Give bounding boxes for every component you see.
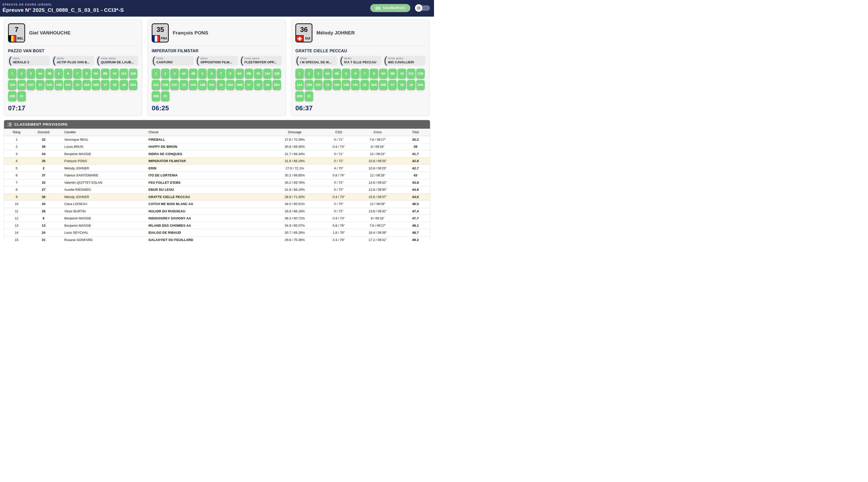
fence-chip-8[interactable]: 8 bbox=[370, 69, 378, 79]
fence-chip-18[interactable]: 18 bbox=[254, 80, 262, 90]
fence-chip-19[interactable]: 19 bbox=[263, 80, 272, 90]
fence-chip-10[interactable]: 10 bbox=[398, 69, 406, 79]
fence-chip-15[interactable]: 15 bbox=[73, 80, 82, 90]
fence-chip-14B[interactable]: 14B bbox=[198, 80, 207, 90]
fence-chip-2[interactable]: 2 bbox=[161, 69, 169, 79]
fence-chip-11A[interactable]: 11A bbox=[407, 69, 415, 79]
fence-chip-12A[interactable]: 12A bbox=[296, 80, 304, 90]
fence-chip-4A[interactable]: 4A bbox=[180, 69, 188, 79]
fence-chip-4B[interactable]: 4B bbox=[333, 69, 341, 79]
fence-chip-18[interactable]: 18 bbox=[110, 80, 119, 90]
fence-chip-15[interactable]: 15 bbox=[361, 80, 369, 90]
fence-chip-14A[interactable]: 14A bbox=[189, 80, 197, 90]
fence-chip-6[interactable]: 6 bbox=[351, 69, 360, 79]
fence-chip-13[interactable]: 13 bbox=[36, 80, 44, 90]
fence-chip-6[interactable]: 6 bbox=[208, 69, 216, 79]
fence-chip-12A[interactable]: 12A bbox=[8, 80, 17, 90]
fence-chip-16A[interactable]: 16A bbox=[370, 80, 378, 90]
fence-chip-3[interactable]: 3 bbox=[27, 69, 35, 79]
fence-chip-9A[interactable]: 9A bbox=[235, 69, 244, 79]
fence-chip-12C[interactable]: 12C bbox=[170, 80, 179, 90]
fence-chip-17[interactable]: 17 bbox=[388, 80, 397, 90]
cell-cso: 0 / 70" bbox=[323, 186, 354, 193]
fence-chip-10[interactable]: 10 bbox=[254, 69, 262, 79]
fence-chip-16B[interactable]: 16B bbox=[379, 80, 388, 90]
fence-chip-6[interactable]: 6 bbox=[64, 69, 72, 79]
fence-chip-7[interactable]: 7 bbox=[73, 69, 82, 79]
fence-chip-16A[interactable]: 16A bbox=[226, 80, 235, 90]
fence-chip-9A[interactable]: 9A bbox=[379, 69, 388, 79]
fence-chip-17[interactable]: 17 bbox=[245, 80, 253, 90]
col-header-total: Total bbox=[401, 129, 430, 136]
fence-chip-3[interactable]: 3 bbox=[170, 69, 179, 79]
fence-chip-1[interactable]: 1 bbox=[296, 69, 304, 79]
fence-chip-12A[interactable]: 12A bbox=[152, 80, 160, 90]
fence-chip-20B[interactable]: 20B bbox=[152, 91, 160, 101]
fence-chip-14C[interactable]: 14C bbox=[64, 80, 72, 90]
col-header-cavalier: Cavalier bbox=[58, 129, 141, 136]
fence-chip-4A[interactable]: 4A bbox=[323, 69, 332, 79]
fence-chip-9B[interactable]: 9B bbox=[101, 69, 110, 79]
fence-chip-3[interactable]: 3 bbox=[314, 69, 322, 79]
fence-chip-7[interactable]: 7 bbox=[217, 69, 225, 79]
fence-chip-19[interactable]: 19 bbox=[120, 80, 128, 90]
fence-chip-12C[interactable]: 12C bbox=[314, 80, 322, 90]
cell-dossard: 27 bbox=[29, 186, 58, 193]
fence-chip-14C[interactable]: 14C bbox=[208, 80, 216, 90]
fence-chip-14A[interactable]: 14A bbox=[45, 80, 54, 90]
fence-chip-16B[interactable]: 16B bbox=[235, 80, 244, 90]
fence-chip-7[interactable]: 7 bbox=[361, 69, 369, 79]
pedigree-bracket-icon: ( bbox=[97, 57, 100, 64]
fence-chip-5[interactable]: 5 bbox=[198, 69, 207, 79]
fence-chip-8[interactable]: 8 bbox=[82, 69, 91, 79]
fence-chip-4B[interactable]: 4B bbox=[45, 69, 54, 79]
fence-chip-12B[interactable]: 12B bbox=[17, 80, 26, 90]
fence-chip-20B[interactable]: 20B bbox=[8, 91, 17, 101]
fence-chip-2[interactable]: 2 bbox=[305, 69, 313, 79]
fence-chip-11A[interactable]: 11A bbox=[263, 69, 272, 79]
fence-chip-20A[interactable]: 20A bbox=[416, 80, 425, 90]
fence-chip-11B[interactable]: 11B bbox=[273, 69, 281, 79]
fence-chip-21[interactable]: 21 bbox=[17, 91, 26, 101]
fence-chip-21[interactable]: 21 bbox=[305, 91, 313, 101]
live-badge[interactable]: ((•)) SAUMUR123 bbox=[370, 4, 410, 12]
fence-chip-11B[interactable]: 11B bbox=[129, 69, 137, 79]
fence-chip-10[interactable]: 10 bbox=[110, 69, 119, 79]
cell-dossard: 39 bbox=[29, 143, 58, 151]
pedigree-label: MÈRE bbox=[57, 57, 90, 60]
fence-chip-20A[interactable]: 20A bbox=[129, 80, 137, 90]
cell-dressage: 30.2 / 69.78% bbox=[267, 179, 323, 186]
fence-chip-4B[interactable]: 4B bbox=[189, 69, 197, 79]
fence-chip-16B[interactable]: 16B bbox=[92, 80, 100, 90]
fence-chip-9B[interactable]: 9B bbox=[388, 69, 397, 79]
fence-chip-12B[interactable]: 12B bbox=[305, 80, 313, 90]
fence-chip-1[interactable]: 1 bbox=[8, 69, 17, 79]
fence-chip-21[interactable]: 21 bbox=[161, 91, 169, 101]
fence-chip-15[interactable]: 15 bbox=[217, 80, 225, 90]
fence-chip-5[interactable]: 5 bbox=[342, 69, 350, 79]
fence-chip-12B[interactable]: 12B bbox=[161, 80, 169, 90]
fence-chip-13[interactable]: 13 bbox=[323, 80, 332, 90]
fence-chip-9B[interactable]: 9B bbox=[245, 69, 253, 79]
fence-chip-13[interactable]: 13 bbox=[180, 80, 188, 90]
fence-chip-11B[interactable]: 11B bbox=[416, 69, 425, 79]
fence-chip-2[interactable]: 2 bbox=[17, 69, 26, 79]
fence-chip-18[interactable]: 18 bbox=[398, 80, 406, 90]
fence-chip-1[interactable]: 1 bbox=[152, 69, 160, 79]
fence-chip-5[interactable]: 5 bbox=[55, 69, 63, 79]
fence-chip-14A[interactable]: 14A bbox=[333, 80, 341, 90]
fence-chip-19[interactable]: 19 bbox=[407, 80, 415, 90]
fence-chip-16A[interactable]: 16A bbox=[82, 80, 91, 90]
fence-chip-12C[interactable]: 12C bbox=[27, 80, 35, 90]
fence-chip-20A[interactable]: 20A bbox=[273, 80, 281, 90]
fence-chip-14B[interactable]: 14B bbox=[342, 80, 350, 90]
theme-toggle[interactable] bbox=[415, 4, 430, 12]
fence-chip-17[interactable]: 17 bbox=[101, 80, 110, 90]
fence-chip-14B[interactable]: 14B bbox=[55, 80, 63, 90]
fence-chip-20B[interactable]: 20B bbox=[296, 91, 304, 101]
fence-chip-9A[interactable]: 9A bbox=[92, 69, 100, 79]
fence-chip-4A[interactable]: 4A bbox=[36, 69, 44, 79]
fence-chip-14C[interactable]: 14C bbox=[351, 80, 360, 90]
fence-chip-8[interactable]: 8 bbox=[226, 69, 235, 79]
fence-chip-11A[interactable]: 11A bbox=[120, 69, 128, 79]
